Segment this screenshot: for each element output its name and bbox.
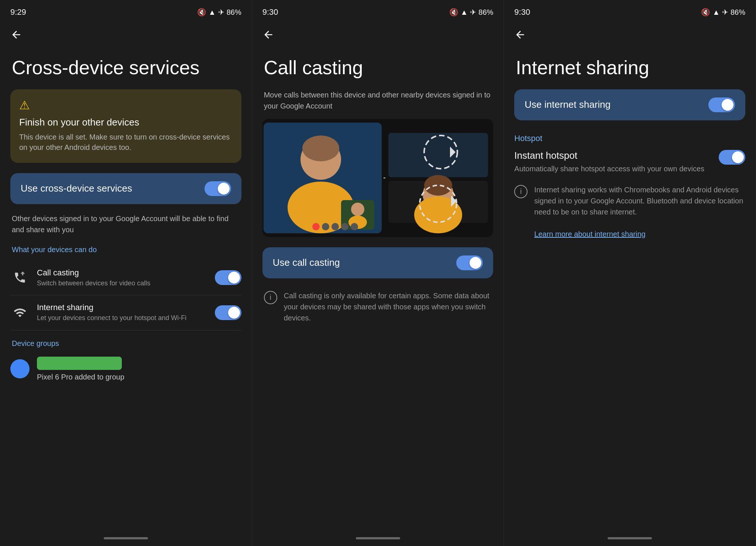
battery-icon: 86% [227, 8, 241, 17]
wifi-icon-2: ▲ [461, 8, 468, 17]
device-groups-header: Device groups [10, 339, 241, 348]
internet-sharing-text: Internet sharing Let your devices connec… [37, 303, 209, 322]
status-icons-1: 🔇 ▲ ✈ 86% [197, 8, 241, 17]
internet-sharing-toggle-card[interactable]: Use internet sharing [514, 89, 745, 120]
internet-sharing-name: Internet sharing [37, 303, 209, 312]
what-devices-can-do-header: What your devices can do [10, 245, 241, 254]
airplane-icon: ✈ [218, 8, 224, 17]
panel-cross-device: 9:29 🔇 ▲ ✈ 86% Cross-device services ⚠ F… [0, 0, 252, 546]
status-bar-1: 9:29 🔇 ▲ ✈ 86% [0, 0, 252, 21]
call-casting-toggle[interactable] [215, 270, 241, 285]
illustration-svg [264, 123, 492, 233]
svg-point-11 [341, 223, 348, 230]
svg-point-3 [302, 135, 339, 161]
device-groups-item: Pixel 6 Pro added to group [10, 354, 241, 384]
instant-hotspot-text: Instant hotspot Automatically share hots… [514, 150, 711, 174]
back-button-1[interactable] [0, 21, 252, 48]
info-icon-3: i [514, 185, 528, 198]
page-title-3: Internet sharing [504, 48, 756, 89]
status-icons-2: 🔇 ▲ ✈ 86% [449, 8, 494, 17]
feature-internet-sharing[interactable]: Internet sharing Let your devices connec… [10, 295, 241, 330]
page-title-1: Cross-device services [0, 48, 252, 89]
call-casting-desc: Switch between devices for video calls [37, 279, 209, 288]
call-casting-subtitle: Move calls between this device and other… [262, 89, 494, 111]
internet-sharing-toggle-main[interactable] [708, 97, 735, 112]
airplane-icon-2: ✈ [470, 8, 476, 17]
time-3: 9:30 [514, 7, 530, 17]
svg-point-10 [331, 223, 339, 230]
warning-title: Finish on your other devices [19, 117, 233, 128]
svg-point-8 [312, 223, 320, 230]
call-casting-toggle-card[interactable]: Use call casting [262, 247, 494, 278]
status-icons-3: 🔇 ▲ ✈ 86% [701, 8, 745, 17]
svg-point-12 [351, 223, 358, 230]
time-2: 9:30 [262, 7, 278, 17]
internet-sharing-toggle[interactable] [215, 305, 241, 320]
battery-icon-3: 86% [731, 8, 745, 17]
learn-more-link[interactable]: Learn more about internet sharing [534, 230, 645, 238]
info-icon-2: i [264, 291, 277, 304]
info-body-3: Internet sharing works with Chromebooks … [534, 184, 745, 240]
internet-sharing-label: Use internet sharing [525, 99, 611, 110]
svg-point-19 [424, 175, 452, 196]
instant-hotspot-desc: Automatically share hotspot access with … [514, 164, 711, 174]
device-name: Pixel 6 Pro added to group [37, 373, 124, 381]
call-casting-name: Call casting [37, 268, 209, 278]
internet-sharing-icon [10, 303, 30, 322]
mute-icon-2: 🔇 [449, 8, 458, 17]
mute-icon: 🔇 [197, 8, 206, 17]
status-bar-2: 9:30 🔇 ▲ ✈ 86% [252, 0, 504, 21]
svg-point-9 [322, 223, 329, 230]
call-casting-info-text: Call casting is only available for certa… [284, 290, 492, 323]
back-button-2[interactable] [252, 21, 504, 48]
panel-internet-sharing: 9:30 🔇 ▲ ✈ 86% Internet sharing Use inte… [504, 0, 756, 546]
cross-device-static-text: Other devices signed in to your Google A… [10, 213, 241, 235]
instant-hotspot-toggle[interactable] [719, 150, 745, 165]
call-casting-illustration [262, 119, 494, 237]
home-indicator-3 [608, 537, 652, 539]
mute-icon-3: 🔇 [701, 8, 710, 17]
home-indicator-2 [356, 537, 400, 539]
call-casting-toggle-main[interactable] [456, 255, 483, 270]
internet-sharing-desc: Let your devices connect to your hotspot… [37, 314, 209, 322]
warning-icon: ⚠ [19, 98, 233, 112]
svg-point-6 [351, 203, 364, 216]
airplane-icon-3: ✈ [722, 8, 728, 17]
warning-card: ⚠ Finish on your other devices This devi… [10, 89, 241, 163]
back-button-3[interactable] [504, 21, 756, 48]
status-bar-3: 9:30 🔇 ▲ ✈ 86% [504, 0, 756, 21]
svg-rect-14 [388, 133, 488, 177]
cross-device-label: Use cross-device services [21, 183, 132, 194]
call-casting-text: Call casting Switch between devices for … [37, 268, 209, 288]
call-casting-icon [10, 268, 30, 287]
content-1: ⚠ Finish on your other devices This devi… [0, 89, 252, 537]
hotspot-label: Hotspot [514, 134, 745, 143]
cross-device-toggle[interactable] [205, 181, 231, 196]
info-section-3: i Internet sharing works with Chromebook… [514, 184, 745, 240]
cross-device-toggle-card[interactable]: Use cross-device services [10, 173, 241, 204]
home-indicator-1 [104, 537, 148, 539]
panel-call-casting: 9:30 🔇 ▲ ✈ 86% Call casting Move calls b… [252, 0, 504, 546]
device-loading-bar [37, 357, 122, 370]
battery-icon-2: 86% [478, 8, 493, 17]
content-2: Move calls between this device and other… [252, 89, 504, 537]
wifi-icon: ▲ [209, 8, 216, 17]
call-casting-label: Use call casting [273, 257, 340, 268]
wifi-icon-3: ▲ [712, 8, 720, 17]
call-casting-info: i Call casting is only available for cer… [262, 287, 494, 326]
info-text-3: Internet sharing works with Chromebooks … [534, 186, 743, 216]
warning-desc: This device is all set. Make sure to tur… [19, 132, 233, 152]
device-avatar [10, 359, 30, 378]
time-1: 9:29 [10, 7, 26, 17]
feature-call-casting[interactable]: Call casting Switch between devices for … [10, 261, 241, 295]
page-title-2: Call casting [252, 48, 504, 89]
instant-hotspot-title: Instant hotspot [514, 150, 711, 161]
instant-hotspot-row[interactable]: Instant hotspot Automatically share hots… [514, 150, 745, 174]
content-3: Use internet sharing Hotspot Instant hot… [504, 89, 756, 537]
